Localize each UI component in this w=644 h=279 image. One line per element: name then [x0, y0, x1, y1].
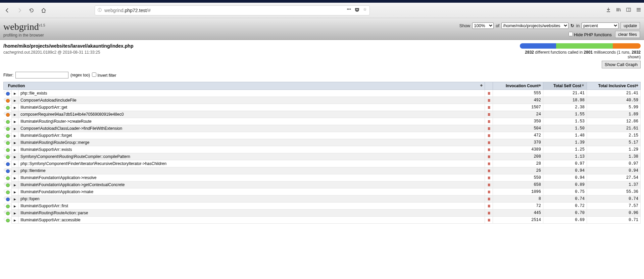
inclusive-cost-value: 2.15	[587, 132, 641, 139]
expand-toggle[interactable]: ▶	[12, 125, 18, 132]
line-link-icon[interactable]: ≣	[485, 139, 493, 146]
line-link-icon[interactable]: ≣	[485, 90, 493, 97]
format-select[interactable]: percent	[582, 22, 618, 29]
function-name[interactable]: php::filemtime	[18, 167, 485, 174]
line-link-icon[interactable]: ≣	[485, 153, 493, 160]
page-actions-icon[interactable]: •••	[347, 7, 351, 13]
line-link-icon[interactable]: ≣	[485, 174, 493, 181]
type-dot	[4, 154, 12, 158]
reload-button[interactable]	[27, 6, 36, 15]
expand-toggle[interactable]: ▶	[12, 203, 18, 210]
line-link-icon[interactable]: ≣	[485, 203, 493, 210]
show-call-graph-button[interactable]: Show Call Graph	[602, 61, 641, 68]
expand-toggle[interactable]: ▶	[12, 196, 18, 203]
expand-toggle[interactable]: ▶	[12, 132, 18, 139]
expand-toggle[interactable]: ▶	[12, 111, 18, 118]
sort-icon: ◆	[636, 83, 638, 87]
function-name[interactable]: php::fopen	[18, 196, 485, 203]
clear-files-button[interactable]: clear files	[615, 31, 640, 38]
home-button[interactable]	[39, 6, 48, 15]
function-name[interactable]: Illuminate\Support\Arr::accessible	[18, 217, 485, 224]
col-function[interactable]: ◆ Function	[4, 82, 485, 90]
pocket-icon[interactable]	[354, 7, 360, 13]
stats-line: 2832 different functions called in 2801 …	[520, 50, 641, 59]
expand-toggle[interactable]: ▶	[12, 217, 18, 224]
function-name[interactable]: Composer\Autoload\includeFile	[18, 97, 485, 104]
expand-toggle[interactable]: ▶	[12, 181, 18, 188]
downloads-icon[interactable]	[606, 7, 611, 13]
percent-select[interactable]: 100%	[472, 22, 494, 29]
col-invocation[interactable]: Invocation Count ◆	[493, 82, 543, 90]
function-name[interactable]: Illuminate\Foundation\Application->resol…	[18, 174, 485, 181]
menu-icon[interactable]	[636, 7, 641, 13]
function-name[interactable]: php::file_exists	[18, 90, 485, 97]
inclusive-cost-value: 0.97	[587, 160, 641, 167]
line-link-icon[interactable]: ≣	[485, 181, 493, 188]
browser-toolbar: ⓘ webgrind.php72.test/# ••• ☆	[0, 3, 644, 18]
function-name[interactable]: php::Symfony\Component\Finder\Iterator\R…	[18, 160, 485, 167]
invert-filter-label[interactable]: Invert filter	[92, 72, 116, 78]
function-name[interactable]: Illuminate\Support\Arr::first	[18, 203, 485, 210]
function-name[interactable]: Illuminate\Support\Arr::exists	[18, 146, 485, 153]
inclusive-cost-value: 5.17	[587, 139, 641, 146]
sort-icon: ◆	[539, 83, 541, 87]
type-dot	[4, 140, 12, 144]
expand-toggle[interactable]: ▶	[12, 174, 18, 181]
line-link-icon[interactable]: ≣	[485, 146, 493, 153]
expand-toggle[interactable]: ▶	[12, 210, 18, 217]
hide-php-checkbox-label[interactable]: Hide PHP functions	[568, 32, 612, 37]
expand-toggle[interactable]: ▶	[12, 104, 18, 111]
table-row: ▶Illuminate\Routing\RouteGroup::merge≣37…	[4, 139, 641, 146]
line-link-icon[interactable]: ≣	[485, 125, 493, 132]
library-icon[interactable]	[616, 7, 621, 13]
function-name[interactable]: Symfony\Component\Routing\RouteCompiler:…	[18, 153, 485, 160]
file-select[interactable]: /home/miko/projects/websites	[501, 22, 568, 29]
expand-toggle[interactable]: ▶	[12, 146, 18, 153]
expand-toggle[interactable]: ▶	[12, 188, 18, 196]
line-link-icon[interactable]: ≣	[485, 132, 493, 139]
function-name[interactable]: Illuminate\Routing\RouteGroup::merge	[18, 139, 485, 146]
table-row: ▶Illuminate\Support\Arr::forget≣4721.482…	[4, 132, 641, 139]
function-name[interactable]: Illuminate\Support\Arr::forget	[18, 132, 485, 139]
line-link-icon[interactable]: ≣	[485, 111, 493, 118]
invert-filter-checkbox[interactable]	[92, 72, 96, 77]
line-link-icon[interactable]: ≣	[485, 97, 493, 104]
bookmark-star-icon[interactable]: ☆	[363, 7, 367, 13]
line-link-icon[interactable]: ≣	[485, 188, 493, 196]
col-self-cost[interactable]: Total Self Cost ▼	[543, 82, 587, 90]
function-name[interactable]: Illuminate\Routing\Router->createRoute	[18, 118, 485, 125]
hide-php-checkbox[interactable]	[568, 32, 573, 36]
url-bar[interactable]: ⓘ webgrind.php72.test/# ••• ☆	[95, 5, 370, 15]
line-link-icon[interactable]: ≣	[485, 118, 493, 125]
function-name[interactable]: Illuminate\Routing\RouteAction::parse	[18, 210, 485, 217]
expand-toggle[interactable]: ▶	[12, 90, 18, 97]
expand-toggle[interactable]: ▶	[12, 153, 18, 160]
expand-toggle[interactable]: ▶	[12, 118, 18, 125]
expand-toggle[interactable]: ▶	[12, 167, 18, 174]
expand-toggle[interactable]: ▶	[12, 97, 18, 104]
refresh-icon[interactable]: ↻	[571, 23, 574, 28]
function-name[interactable]: Composer\Autoload\ClassLoader->findFileW…	[18, 125, 485, 132]
line-link-icon[interactable]: ≣	[485, 217, 493, 224]
function-name[interactable]: Illuminate\Foundation\Application->make	[18, 188, 485, 196]
col-inclusive-cost[interactable]: Total Inclusive Cost ◆	[587, 82, 641, 90]
line-link-icon[interactable]: ≣	[485, 104, 493, 111]
function-name[interactable]: composerRequiree94aa7db51e4b4e7056908091…	[18, 111, 485, 118]
expand-toggle[interactable]: ▶	[12, 139, 18, 146]
expand-toggle[interactable]: ▶	[12, 160, 18, 167]
line-link-icon[interactable]: ≣	[485, 167, 493, 174]
filter-input[interactable]	[15, 72, 68, 78]
line-link-icon[interactable]: ≣	[485, 160, 493, 167]
site-info-icon[interactable]: ⓘ	[98, 7, 102, 13]
self-cost-value: 0.72	[543, 203, 587, 210]
type-dot	[4, 189, 12, 193]
line-link-icon[interactable]: ≣	[485, 210, 493, 217]
self-cost-value: 1.48	[543, 132, 587, 139]
function-name[interactable]: Illuminate\Foundation\Application->getCo…	[18, 181, 485, 188]
sidebar-icon[interactable]	[626, 7, 631, 13]
function-name[interactable]: Illuminate\Support\Arr::get	[18, 104, 485, 111]
back-button[interactable]	[3, 6, 12, 15]
forward-button[interactable]	[15, 6, 24, 15]
line-link-icon[interactable]: ≣	[485, 196, 493, 203]
update-button[interactable]: update	[621, 22, 640, 29]
